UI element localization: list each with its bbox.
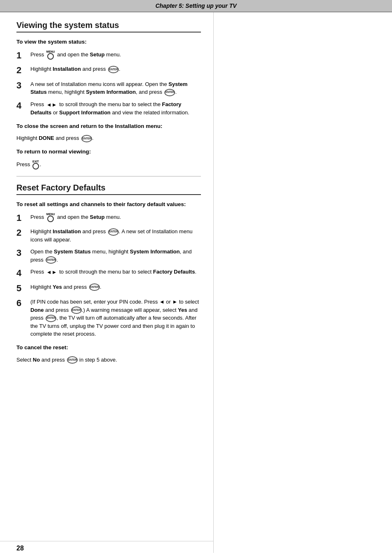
step-text-1: Press MENU and open the Setup menu. (30, 50, 201, 60)
enter-button-icon: ENTER (67, 356, 78, 364)
chapter-title: Chapter 5: Setting up your TV (155, 2, 237, 9)
exit-button-icon: EXIT (32, 160, 39, 169)
reset-step-text-3: Open the System Status menu, highlight S… (30, 248, 201, 264)
step-number-3: 3 (16, 80, 28, 91)
view-steps-list: 1 Press MENU and open the Setup menu. 2 (16, 50, 201, 117)
view-step-3: 3 A new set of Installation menu icons w… (16, 80, 201, 96)
reset-step-text-2: Highlight Installation and press ENTER. … (30, 227, 201, 244)
enter-button-icon: ENTER (89, 283, 100, 291)
reset-step-6: 6 (If PIN code has been set, enter your … (16, 298, 201, 338)
cancel-reset-text: Select No and press ENTER in step 5 abov… (16, 356, 201, 364)
menu-button-icon: MENU (46, 50, 55, 60)
view-step-4: 4 Press ◄► to scroll through the menu ba… (16, 100, 201, 117)
page-number: 28 (16, 545, 24, 552)
reset-step-number-2: 2 (16, 227, 28, 238)
reset-step-2: 2 Highlight Installation and press ENTER… (16, 227, 201, 244)
enter-button-icon: ENTER (108, 228, 119, 236)
subsection-heading-close: To close the screen and return to the In… (16, 123, 201, 130)
step-number-4: 4 (16, 100, 28, 111)
subsection-heading-reset: To reset all settings and channels to th… (16, 201, 201, 209)
step-text-4: Press ◄► to scroll through the menu bar … (30, 100, 201, 117)
reset-step-text-4: Press ◄► to scroll through the menu bar … (30, 268, 201, 276)
reset-step-text-6: (If PIN code has been set, enter your PI… (30, 298, 201, 338)
subsection-heading-view: To view the system status: (16, 38, 201, 46)
view-step-1: 1 Press MENU and open the Setup menu. (16, 50, 201, 61)
reset-step-number-4: 4 (16, 268, 28, 278)
menu-button-icon: MENU (46, 213, 55, 222)
lr-arrows-icon: ◄► (46, 101, 57, 109)
section-reset-factory-defaults: Reset Factory Defaults To reset all sett… (16, 183, 201, 364)
enter-button-icon: ENTER (164, 89, 175, 96)
section-separator (16, 176, 201, 176)
view-step-2: 2 Highlight Installation and press ENTER… (16, 65, 201, 76)
subsection-heading-normal-viewing: To return to normal viewing: (16, 148, 201, 156)
reset-step-3: 3 Open the System Status menu, highlight… (16, 248, 201, 264)
reset-step-4: 4 Press ◄► to scroll through the menu ba… (16, 268, 201, 278)
step-number-1: 1 (16, 50, 28, 61)
reset-step-text-5: Highlight Yes and press ENTER. (30, 283, 201, 291)
section-title-viewing: Viewing the system status (16, 21, 201, 32)
subsection-heading-cancel-reset: To cancel the reset: (16, 344, 201, 352)
enter-button-icon: ENTER (71, 306, 82, 314)
reset-step-5: 5 Highlight Yes and press ENTER. (16, 283, 201, 294)
step-text-2: Highlight Installation and press ENTER. (30, 65, 201, 73)
enter-button-icon: ENTER (46, 315, 56, 322)
section-title-reset: Reset Factory Defaults (16, 183, 201, 195)
page-footer: 28 (0, 541, 214, 557)
lr-arrows-icon: ◄► (46, 268, 57, 276)
normal-viewing-text: Press EXIT . (16, 160, 201, 169)
reset-step-number-6: 6 (16, 298, 28, 309)
reset-step-1: 1 Press MENU and open the Setup menu. (16, 213, 201, 223)
reset-step-number-5: 5 (16, 283, 28, 294)
section-viewing-system-status: Viewing the system status To view the sy… (16, 21, 201, 169)
step-text-3: A new set of Installation menu icons wil… (30, 80, 201, 96)
reset-step-number-1: 1 (16, 213, 28, 223)
close-screen-text: Highlight DONE and press ENTER. (16, 134, 201, 142)
page-header: Chapter 5: Setting up your TV (0, 0, 392, 12)
enter-button-icon: ENTER (108, 66, 119, 73)
enter-button-icon: ENTER (81, 135, 92, 142)
enter-button-icon: ENTER (46, 256, 56, 264)
reset-step-text-1: Press MENU and open the Setup menu. (30, 213, 201, 222)
reset-steps-list: 1 Press MENU and open the Setup menu. 2 (16, 213, 201, 338)
reset-step-number-3: 3 (16, 248, 28, 258)
step-number-2: 2 (16, 65, 28, 76)
side-column (214, 12, 392, 553)
